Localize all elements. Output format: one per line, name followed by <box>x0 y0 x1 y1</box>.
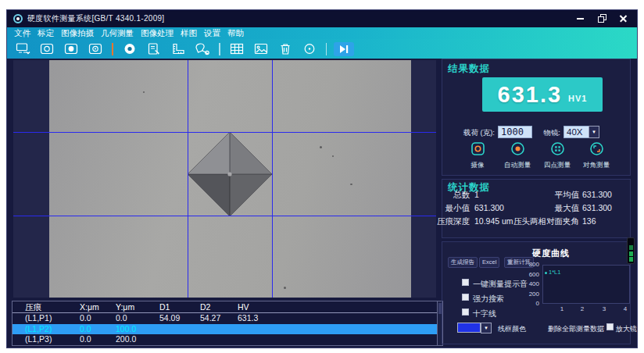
trash-icon[interactable] <box>276 41 295 57</box>
col-header-d1: D1 <box>159 301 200 312</box>
stat-min-value: 631.300 <box>474 203 504 212</box>
snapshot-filled-icon[interactable] <box>62 41 80 57</box>
level-indicator <box>627 237 635 264</box>
restore-icon[interactable] <box>595 13 609 24</box>
strong-search-checkbox[interactable] <box>462 294 469 301</box>
snapshot-icon[interactable] <box>38 41 56 57</box>
ruler-icon[interactable] <box>169 41 188 57</box>
image-gallery-icon[interactable] <box>252 41 270 57</box>
strong-search-checkbox-label: 强力搜索 <box>473 294 504 305</box>
menu-file[interactable]: 文件 <box>14 28 30 39</box>
surface-speck <box>284 287 286 289</box>
cell-y: 200.0 <box>116 334 159 345</box>
cell-x: 0.0 <box>80 324 116 335</box>
stat-angle-label: 压头两相对面夹角 <box>510 216 579 227</box>
ytick-600: 600 <box>516 271 539 279</box>
cell-hv: 631.3 <box>238 313 275 324</box>
diagonal-measure-button[interactable]: 对角测量 <box>578 141 614 170</box>
load-label: 载荷 (克): <box>442 128 495 138</box>
chevron-down-icon[interactable]: ▼ <box>481 323 492 333</box>
ytick-200: 200 <box>516 291 539 298</box>
menu-geometry-measure[interactable]: 几何测量 <box>101 28 134 39</box>
stat-average-value: 631.300 <box>582 190 612 199</box>
measure-line-horizontal-top[interactable] <box>13 132 436 133</box>
delete-all-button[interactable]: 删除全部测量数据 <box>548 324 604 334</box>
capture-device-icon[interactable] <box>13 41 32 57</box>
surface-speck <box>350 184 352 185</box>
frame-color-select[interactable]: ▼ <box>457 323 492 333</box>
cell-hv <box>238 324 275 335</box>
minimize-icon[interactable] <box>573 13 587 24</box>
cell-indent: (L1,P3) <box>13 334 80 345</box>
window-title: 硬度软件测量系统[GB/T 4340.1-2009] <box>27 13 164 24</box>
target-icon[interactable] <box>120 41 139 57</box>
four-point-measure-button-label: 四点测量 <box>539 161 575 170</box>
chart-title: 硬度曲线 <box>532 248 570 259</box>
measure-line-vertical-left[interactable] <box>188 60 188 298</box>
four-point-measure-button[interactable]: 四点测量 <box>539 141 575 170</box>
toolbar-separator-2 <box>326 43 327 55</box>
frame-color-label: 线框颜色 <box>498 324 526 334</box>
diagonal-measure-button-label: 对角测量 <box>578 161 614 170</box>
camera-button[interactable]: 摄像 <box>460 141 496 170</box>
cell-indent: (L1,P1) <box>13 313 80 324</box>
table-row[interactable]: (L1,P1) 0.0 0.0 54.09 54.27 631.3 <box>13 313 442 324</box>
auto-run-icon[interactable] <box>334 42 354 56</box>
magnifier-checkbox[interactable] <box>606 323 614 330</box>
table-row-selected[interactable]: (L1,P2) 0.0 100.0 <box>13 324 442 335</box>
toolbar-separator-orange <box>112 43 113 55</box>
chevron-down-icon[interactable]: ▼ <box>589 126 599 138</box>
table-header-row: 压痕 X:μm Y:μm D1 D2 HV <box>13 301 442 313</box>
menu-bar: 文件 标定 图像拍摄 几何测量 图像处理 样图 设置 帮助 <box>7 27 637 39</box>
cell-d1 <box>159 334 200 345</box>
crosshair-checkbox[interactable] <box>462 308 469 316</box>
cell-d2 <box>200 334 238 345</box>
menu-sample-image[interactable]: 样图 <box>181 28 197 39</box>
cell-d2: 54.27 <box>200 313 238 324</box>
menu-image-processing[interactable]: 图像处理 <box>141 28 174 39</box>
xtick-1: 1 <box>557 305 567 312</box>
excel-export-button[interactable]: Excel <box>479 257 499 268</box>
hardness-value: 631.3 <box>498 82 563 108</box>
menu-settings[interactable]: 设置 <box>204 28 220 39</box>
camera-button-label: 摄像 <box>460 161 496 170</box>
measure-line-horizontal-bottom[interactable] <box>13 216 436 216</box>
report-edit-icon[interactable] <box>145 41 163 57</box>
desktop: 硬度软件测量系统[GB/T 4340.1-2009] 文件 标定 图像拍摄 几何… <box>0 0 644 353</box>
app-logo-icon <box>13 14 23 23</box>
table-row[interactable]: (L1,P3) 0.0 200.0 <box>13 334 442 345</box>
close-icon[interactable] <box>617 13 631 24</box>
hardness-unit: HV1 <box>568 94 587 103</box>
cell-y: 100.0 <box>116 324 159 335</box>
ytick-800: 800 <box>516 261 539 269</box>
ytick-0: 0 <box>516 300 539 308</box>
menu-calibration[interactable]: 标定 <box>38 28 54 39</box>
cell-x: 0.0 <box>80 334 116 345</box>
stat-average-label: 平均值 <box>501 190 579 201</box>
stat-depth-label: 压痕深度 <box>431 216 470 227</box>
menu-help[interactable]: 帮助 <box>227 28 244 39</box>
objective-select[interactable]: 40X ▼ <box>564 126 599 138</box>
load-input[interactable]: 1000 <box>498 126 532 138</box>
record-icon[interactable] <box>300 41 319 57</box>
data-table-icon[interactable] <box>227 41 246 57</box>
generate-report-button[interactable]: 生成报告 <box>448 257 478 268</box>
stat-min-label: 最小值 <box>431 203 470 214</box>
beep-checkbox[interactable] <box>462 279 469 286</box>
cell-d2 <box>200 324 238 335</box>
snapshot-live-icon[interactable] <box>86 41 105 57</box>
surface-speck <box>320 146 322 148</box>
angle-measure-icon[interactable] <box>193 41 212 57</box>
stat-max-label: 最大值 <box>501 203 579 214</box>
cell-indent: (L1,P2) <box>13 324 80 335</box>
image-viewport[interactable] <box>13 60 436 298</box>
measure-line-vertical-right[interactable] <box>272 60 273 298</box>
auto-measure-button[interactable]: 自动测量 <box>499 141 535 170</box>
menu-image-capture[interactable]: 图像拍摄 <box>61 28 94 39</box>
auto-measure-button-label: 自动测量 <box>499 161 535 170</box>
cell-hv <box>238 334 275 345</box>
measurement-table: 压痕 X:μm Y:μm D1 D2 HV (L1,P1) 0.0 0.0 54… <box>12 301 443 346</box>
stat-max-value: 631.300 <box>582 203 612 212</box>
cell-x: 0.0 <box>80 313 116 324</box>
xtick-3: 3 <box>599 305 609 312</box>
